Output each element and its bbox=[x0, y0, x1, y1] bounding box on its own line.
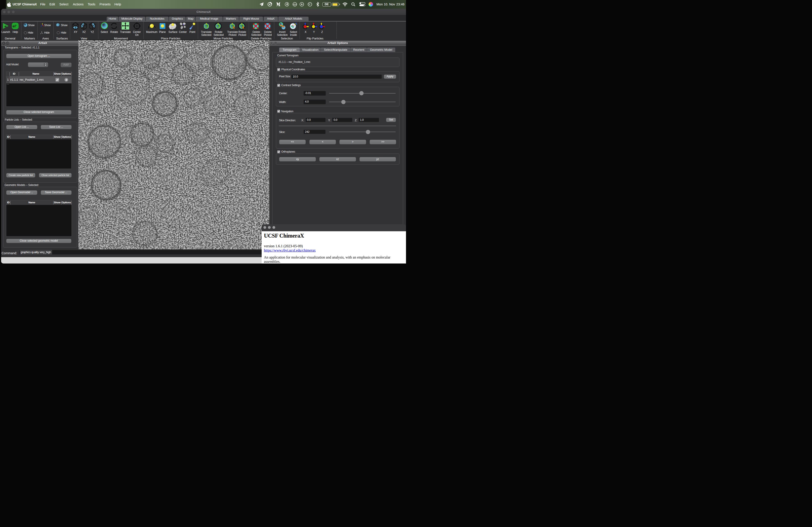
svg-text:α: α bbox=[4, 24, 6, 28]
svg-text:α?: α? bbox=[13, 24, 16, 28]
